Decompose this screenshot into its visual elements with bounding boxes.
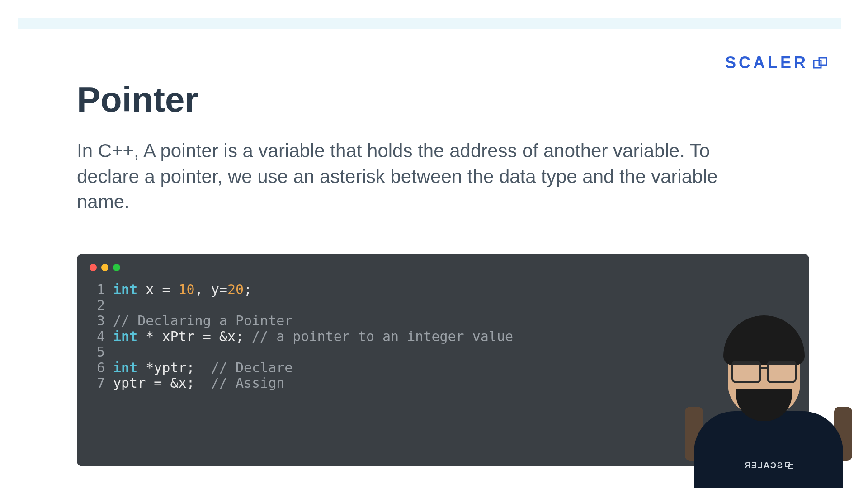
slide-description: In C++, A pointer is a variable that hol… [77, 138, 732, 215]
slide-title: Pointer [77, 79, 814, 120]
shirt-logo: SCALER [744, 461, 793, 470]
window-zoom-icon [113, 264, 120, 271]
line-number: 6 [90, 360, 105, 376]
code-line-content: // Declaring a Pointer [113, 313, 292, 329]
window-traffic-lights [90, 264, 797, 271]
slide-content: Pointer In C++, A pointer is a variable … [77, 79, 814, 215]
top-accent-bar [18, 18, 841, 29]
brand-name: SCALER [725, 53, 808, 72]
line-number: 2 [90, 298, 105, 314]
brand-icon [813, 56, 827, 70]
line-number: 7 [90, 375, 105, 391]
presenter-hair [723, 315, 805, 365]
code-line-content: int *yptr; // Declare [113, 360, 292, 376]
line-number: 4 [90, 329, 105, 345]
line-number: 5 [90, 344, 105, 360]
window-close-icon [90, 264, 97, 271]
svg-rect-1 [819, 58, 826, 65]
brand-logo: SCALER [725, 53, 827, 72]
presenter-webcam: SCALER [685, 307, 852, 488]
window-minimize-icon [101, 264, 108, 271]
presenter-body [694, 411, 843, 488]
line-number: 3 [90, 313, 105, 329]
code-line-content: yptr = &x; // Assign [113, 375, 284, 391]
line-number: 1 [90, 282, 105, 298]
code-line: 1int x = 10, y=20; [90, 282, 797, 298]
glasses-icon [731, 361, 797, 380]
code-line-content: int x = 10, y=20; [113, 282, 252, 298]
code-line-content: int * xPtr = &x; // a pointer to an inte… [113, 329, 513, 345]
svg-rect-0 [814, 61, 821, 68]
shirt-logo-text: SCALER [744, 461, 783, 470]
